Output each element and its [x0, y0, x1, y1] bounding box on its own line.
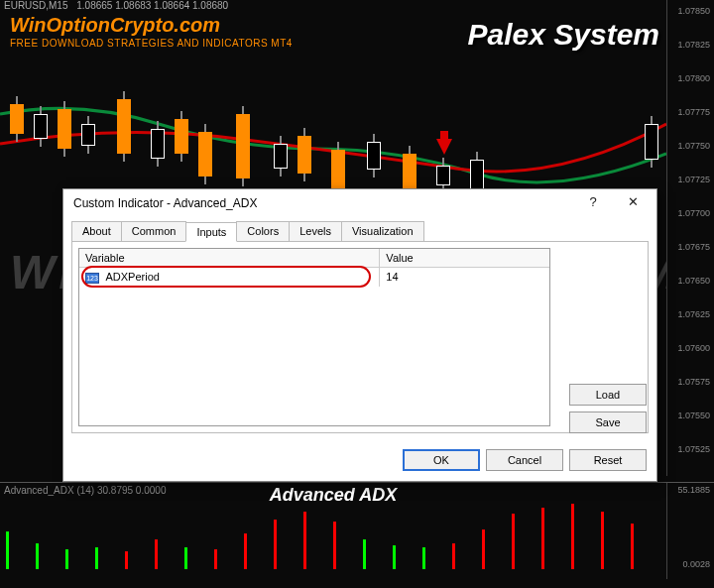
adx-tick: 55.1885 — [677, 485, 710, 495]
help-button[interactable]: ? — [573, 191, 613, 215]
cancel-button[interactable]: Cancel — [486, 449, 563, 471]
price-tick: 1.07650 — [677, 276, 710, 286]
system-name: Palex System — [468, 18, 659, 52]
param-name: ADXPeriod — [105, 271, 159, 283]
price-tick: 1.07725 — [677, 175, 710, 184]
price-tick: 1.07825 — [677, 40, 710, 50]
price-tick: 1.07675 — [677, 242, 710, 252]
close-button[interactable]: ✕ — [613, 191, 653, 215]
input-row-adxperiod[interactable]: 123 ADXPeriod 14 — [79, 268, 549, 287]
tab-visualization[interactable]: Visualization — [341, 221, 424, 241]
tab-colors[interactable]: Colors — [236, 221, 290, 241]
price-tick: 1.07525 — [677, 444, 710, 454]
indicator-dialog: Custom Indicator - Advanced_ADX ? ✕ Abou… — [62, 188, 657, 482]
tab-about[interactable]: About — [71, 221, 122, 241]
adx-tick: 0.0028 — [682, 559, 710, 569]
dialog-title: Custom Indicator - Advanced_ADX — [73, 196, 573, 210]
price-tick: 1.07625 — [677, 309, 710, 319]
tab-inputs[interactable]: Inputs — [185, 222, 237, 242]
column-variable[interactable]: Variable — [79, 249, 380, 267]
save-button[interactable]: Save — [569, 412, 647, 433]
price-tick: 1.07700 — [677, 208, 710, 218]
inputs-panel: Variable Value 123 ADXPeriod 14 Load Sav… — [71, 241, 649, 433]
price-tick: 1.07775 — [677, 107, 710, 117]
reset-button[interactable]: Reset — [569, 449, 647, 471]
adx-axis: 55.1885 0.0028 — [666, 483, 714, 579]
price-tick: 1.07750 — [677, 141, 710, 151]
int-param-icon: 123 — [85, 273, 99, 284]
load-button[interactable]: Load — [569, 384, 647, 406]
price-axis: 1.078501.078251.078001.077751.077501.077… — [666, 0, 714, 476]
adx-bars — [6, 500, 662, 569]
ohlc-label: 1.08665 1.08683 1.08664 1.08680 — [76, 0, 228, 11]
price-tick: 1.07550 — [677, 411, 710, 420]
tab-common[interactable]: Common — [121, 221, 187, 241]
price-tick: 1.07600 — [677, 343, 710, 353]
sell-arrow-icon — [436, 139, 452, 155]
tab-levels[interactable]: Levels — [289, 221, 342, 241]
price-tick: 1.07850 — [677, 6, 710, 16]
price-tick: 1.07800 — [677, 73, 710, 83]
symbol-label: EURUSD,M15 — [4, 0, 67, 11]
param-value[interactable]: 14 — [380, 268, 549, 287]
inputs-grid[interactable]: Variable Value 123 ADXPeriod 14 — [78, 248, 550, 426]
column-value[interactable]: Value — [380, 249, 549, 267]
dialog-tabstrip: AboutCommonInputsColorsLevelsVisualizati… — [63, 217, 656, 241]
symbol-header: EURUSD,M15 1.08665 1.08683 1.08664 1.086… — [4, 0, 228, 11]
brand-logo: WinOptionCrypto.com — [10, 14, 220, 37]
brand-tagline: FREE DOWNLOAD STRATEGIES AND INDICATORS … — [10, 38, 293, 49]
adx-subwindow: Advanced_ADX (14) 30.8795 0.0000 Advance… — [0, 482, 714, 579]
dialog-titlebar[interactable]: Custom Indicator - Advanced_ADX ? ✕ — [63, 189, 656, 217]
ok-button[interactable]: OK — [403, 449, 480, 471]
price-tick: 1.07575 — [677, 377, 710, 387]
